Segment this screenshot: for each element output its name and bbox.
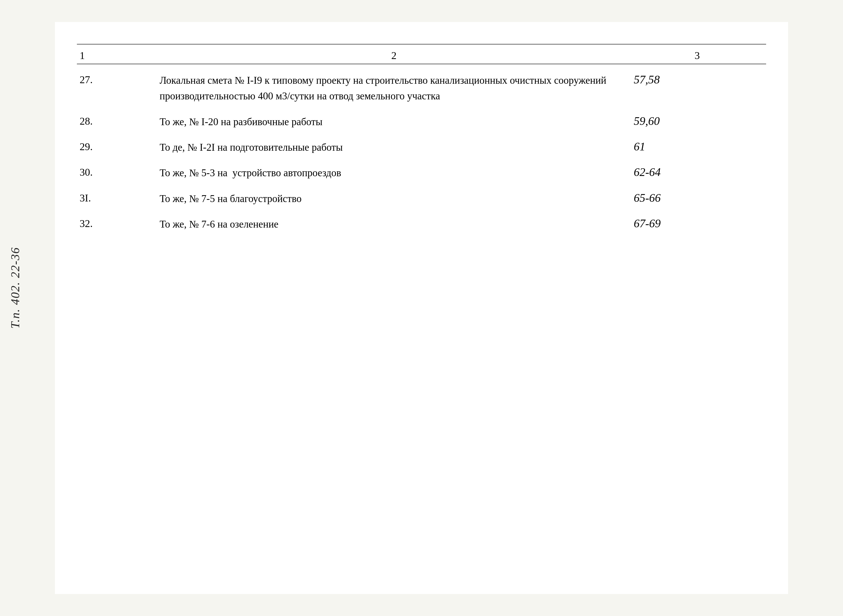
- table-row: 3I. То же, № 7-5 на благоустройство 65-6…: [77, 191, 766, 207]
- row-pages: 65-66: [628, 191, 766, 204]
- col-header-1: 1: [77, 50, 160, 62]
- row-number: 30.: [77, 165, 160, 178]
- table-container: 1 2 3 27. Локальная смета № I-I9 к типов…: [77, 44, 766, 232]
- row-pages: 57,58: [628, 72, 766, 86]
- col-header-2: 2: [160, 50, 628, 62]
- row-pages: 67-69: [628, 216, 766, 230]
- col-header-3: 3: [628, 50, 766, 62]
- row-number: 3I.: [77, 191, 160, 204]
- table-row: 30. То же, № 5-3 на устройство автопроез…: [77, 165, 766, 180]
- row-number: 28.: [77, 114, 160, 127]
- row-number: 32.: [77, 216, 160, 229]
- row-number: 27.: [77, 72, 160, 86]
- row-description: То же, № 7-6 на озеленение: [160, 216, 628, 232]
- page: 1 2 3 27. Локальная смета № I-I9 к типов…: [55, 22, 788, 594]
- row-description: То же, № I-20 на разбивочные работы: [160, 114, 628, 129]
- row-number: 29.: [77, 139, 160, 153]
- table-row: 29. То де, № I-2I на подготовительные ра…: [77, 139, 766, 155]
- row-description: То де, № I-2I на подготовительные работы: [160, 139, 628, 155]
- table-rows: 27. Локальная смета № I-I9 к типовому пр…: [77, 72, 766, 232]
- row-description: То же, № 7-5 на благоустройство: [160, 191, 628, 207]
- row-pages: 62-64: [628, 165, 766, 179]
- table-row: 28. То же, № I-20 на разбивочные работы …: [77, 114, 766, 129]
- row-description: То же, № 5-3 на устройство автопроездов: [160, 165, 628, 180]
- side-label: Т.п. 402. 22-36: [8, 247, 22, 329]
- table-row: 32. То же, № 7-6 на озеленение 67-69: [77, 216, 766, 232]
- column-headers: 1 2 3: [77, 44, 766, 64]
- row-description: Локальная смета № I-I9 к типовому проект…: [160, 72, 628, 104]
- row-pages: 61: [628, 139, 766, 153]
- table-row: 27. Локальная смета № I-I9 к типовому пр…: [77, 72, 766, 104]
- row-pages: 59,60: [628, 114, 766, 128]
